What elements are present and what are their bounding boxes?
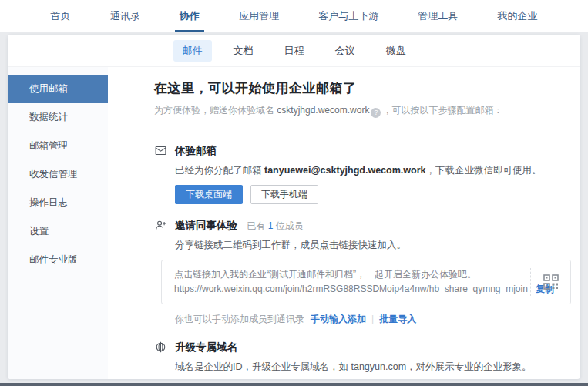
- section-upgrade-domain: 升级专属域名 域名是企业的ID，升级企业专属域名，如 tangyun.com，对…: [154, 340, 571, 379]
- download-desktop-button[interactable]: 下载桌面端: [175, 185, 243, 204]
- nav-item-home[interactable]: 首页: [46, 0, 76, 32]
- share-link-box: 点击链接加入我的企业“测试开通邮件和归档”，一起开启全新办公体验吧。 https…: [161, 260, 571, 304]
- sidebar-item-statistics[interactable]: 数据统计: [8, 103, 108, 132]
- tab-bar: 邮件 文档 日程 会议 微盘: [8, 35, 580, 67]
- section-title-invite: 邀请同事体验: [175, 219, 237, 233]
- divider: [154, 129, 571, 129]
- tab-mail[interactable]: 邮件: [173, 40, 212, 62]
- tab-calendar[interactable]: 日程: [275, 40, 314, 62]
- trial-domain: csktyjhgd.wecom.work: [277, 105, 369, 116]
- manual-add-text: 你也可以手动添加成员到通讯录: [175, 314, 304, 324]
- sidebar-item-settings[interactable]: 设置: [8, 217, 108, 246]
- sidebar-item-use-mailbox[interactable]: 使用邮箱: [8, 75, 108, 103]
- sidebar-item-operation-log[interactable]: 操作日志: [8, 189, 108, 217]
- sidebar-item-mail-pro[interactable]: 邮件专业版: [8, 246, 108, 274]
- subtitle-suffix: ，可以按以下步骤配置邮箱：: [382, 105, 502, 116]
- tab-docs[interactable]: 文档: [224, 40, 263, 62]
- invite-description: 分享链接或二维码到工作群，成员点击链接快速加入。: [175, 239, 571, 252]
- tab-drive[interactable]: 微盘: [377, 40, 415, 62]
- manual-input-add-link[interactable]: 手动输入添加: [311, 314, 366, 324]
- top-nav: 首页 通讯录 协作 应用管理 客户与上下游 管理工具 我的企业: [0, 0, 588, 32]
- share-url: https://work.weixin.qq.com/join/h2rmRSG8…: [174, 284, 528, 294]
- sidebar-item-send-receive[interactable]: 收发信管理: [8, 160, 108, 189]
- mailbox-description: 已经为你分配了邮箱 tanyuewei@csktyjhgd.wecom.work…: [175, 164, 571, 177]
- nav-item-app-management[interactable]: 应用管理: [234, 0, 284, 32]
- nav-item-my-company[interactable]: 我的企业: [492, 0, 542, 32]
- section-trial-mailbox: 体验邮箱 已经为你分配了邮箱 tanyuewei@csktyjhgd.wecom…: [154, 143, 571, 204]
- info-icon[interactable]: ?: [371, 108, 381, 118]
- nav-item-contacts[interactable]: 通讯录: [106, 0, 145, 32]
- mail-icon: [154, 143, 175, 204]
- download-mobile-button[interactable]: 下载手机端: [250, 185, 318, 204]
- assigned-email: tanyuewei@csktyjhgd.wecom.work: [264, 165, 425, 176]
- manual-links-separator: |: [371, 314, 374, 324]
- section-invite: 邀请同事体验 已有 1 位成员 分享链接或二维码到工作群，成员点击链接快速加入。…: [154, 218, 571, 326]
- section-title-upgrade-domain: 升级专属域名: [175, 341, 237, 354]
- domain-description: 域名是企业的ID，升级企业专属域名，如 tangyun.com，对外展示专业的企…: [175, 361, 571, 374]
- manual-add-row: 你也可以手动添加成员到通讯录手动输入添加|批量导入: [175, 313, 571, 326]
- content-card: 邮件 文档 日程 会议 微盘 使用邮箱 数据统计 邮箱管理 收发信管理 操作日志…: [8, 35, 580, 379]
- bottom-edge-strip: [0, 383, 588, 386]
- member-count-badge: 已有 1 位成员: [247, 220, 303, 231]
- globe-icon: [154, 340, 175, 379]
- subtitle-prefix: 为方便体验，赠送你体验域名: [154, 105, 277, 116]
- nav-item-customers[interactable]: 客户与上下游: [314, 0, 383, 32]
- nav-item-collaboration[interactable]: 协作: [175, 0, 204, 32]
- sidebar: 使用邮箱 数据统计 邮箱管理 收发信管理 操作日志 设置 邮件专业版: [8, 67, 108, 379]
- qr-code-icon[interactable]: [543, 274, 559, 290]
- subtitle: 为方便体验，赠送你体验域名 csktyjhgd.wecom.work?，可以按以…: [154, 104, 571, 118]
- section-title-trial-mailbox: 体验邮箱: [175, 144, 217, 158]
- sidebar-item-mailbox-management[interactable]: 邮箱管理: [8, 132, 108, 160]
- main-content: 在这里，可以开始使用企业邮箱了 为方便体验，赠送你体验域名 csktyjhgd.…: [108, 67, 580, 379]
- batch-import-link[interactable]: 批量导入: [379, 314, 416, 324]
- page-title: 在这里，可以开始使用企业邮箱了: [154, 79, 571, 97]
- tab-meeting[interactable]: 会议: [326, 40, 365, 62]
- share-text: 点击链接加入我的企业“测试开通邮件和归档”，一起开启全新办公体验吧。: [174, 268, 519, 281]
- nav-item-admin-tools[interactable]: 管理工具: [413, 0, 462, 32]
